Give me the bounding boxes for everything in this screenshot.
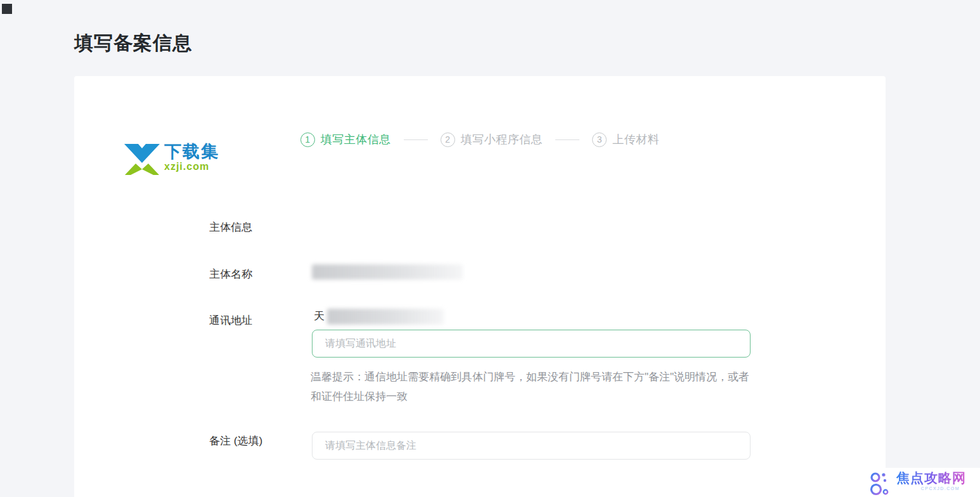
step-1-number: 1 <box>300 132 315 147</box>
watermark-site-domain: CPCXJD.COM <box>921 486 960 491</box>
address-value-prefix: 天 <box>314 309 325 323</box>
dark-corner-square <box>2 4 12 14</box>
step-2-miniprogram-info: 2 填写小程序信息 <box>441 132 543 147</box>
step-3-label: 上传材料 <box>612 132 659 147</box>
watermark-circles-icon <box>870 471 894 497</box>
address-tip-text: 温馨提示：通信地址需要精确到具体门牌号，如果没有门牌号请在下方"备注"说明情况，… <box>311 367 754 406</box>
step-2-label: 填写小程序信息 <box>461 132 543 147</box>
step-1-subject-info: 1 填写主体信息 <box>300 132 391 147</box>
step-1-label: 填写主体信息 <box>321 132 391 147</box>
page-title: 填写备案信息 <box>74 30 192 56</box>
address-input[interactable] <box>312 330 751 358</box>
section-title-subject-info: 主体信息 <box>209 220 252 235</box>
step-connector <box>404 139 428 140</box>
download-arrow-icon <box>122 142 162 180</box>
filing-form-card: 下载集 xzji.com 1 填写主体信息 2 填写小程序信息 3 上传材料 主… <box>74 76 886 497</box>
remark-input[interactable] <box>312 432 751 460</box>
address-value-redacted <box>327 309 444 325</box>
step-2-number: 2 <box>441 132 455 147</box>
step-connector <box>555 139 579 140</box>
step-3-upload-materials: 3 上传材料 <box>592 132 659 147</box>
site-watermark: 焦点攻略网 CPCXJD.COM <box>866 468 980 497</box>
watermark-site-name: 焦点攻略网 <box>896 470 966 486</box>
subject-name-label: 主体名称 <box>209 267 252 281</box>
xzji-logo: 下载集 xzji.com <box>122 142 219 180</box>
subject-name-value-redacted <box>312 264 463 280</box>
logo-site-domain: xzji.com <box>164 161 219 172</box>
progress-stepper: 1 填写主体信息 2 填写小程序信息 3 上传材料 <box>74 132 886 147</box>
step-3-number: 3 <box>592 132 607 147</box>
remark-label: 备注 (选填) <box>209 434 262 448</box>
address-label: 通讯地址 <box>209 313 252 328</box>
